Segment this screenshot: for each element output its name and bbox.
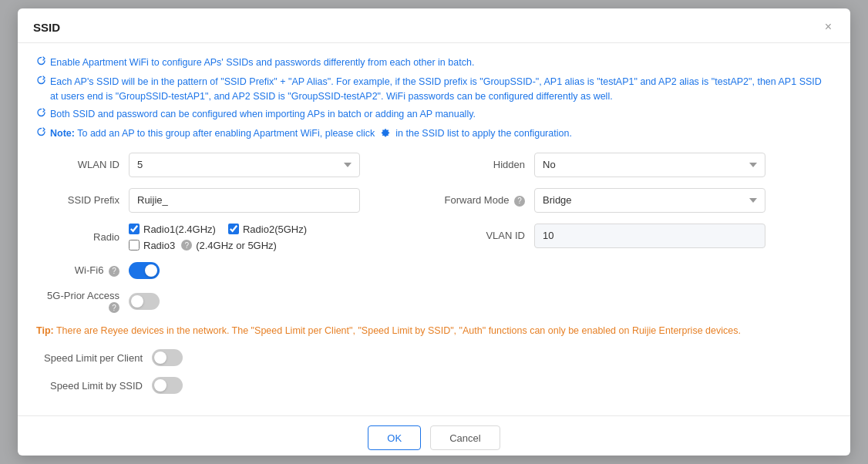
refresh-icon-3 <box>36 108 46 123</box>
radio2-checkbox[interactable] <box>228 224 239 234</box>
form-row-speed-ssid: Speed Limit by SSID <box>36 377 832 394</box>
form-right-hidden: Hidden No Yes <box>434 153 832 177</box>
form-row-prior-access: 5G-Prior Access ? <box>36 290 832 314</box>
form-row-radio-vlan: Radio Radio1(2.4GHz) Radio2(5GHz) <box>36 224 832 251</box>
ssid-prefix-input[interactable] <box>129 188 360 213</box>
form-left-ssid: SSID Prefix <box>36 188 434 213</box>
close-button[interactable]: × <box>822 19 835 35</box>
refresh-icon-2 <box>36 76 46 90</box>
form-row-ssid-forward: SSID Prefix Forward Mode ? Bridge NAT <box>36 188 832 213</box>
prior-access-label: 5G-Prior Access ? <box>36 290 129 314</box>
radio3-help-icon[interactable]: ? <box>181 240 192 250</box>
speed-limit-client-label: Speed Limit per Client <box>36 352 152 364</box>
note-line: Note: To add an AP to this group after e… <box>36 126 832 142</box>
radio3-checkbox-item[interactable]: Radio3 ? (2.4GHz or 5GHz) <box>129 240 277 251</box>
note-text: Note: To add an AP to this group after e… <box>50 126 572 141</box>
info-section: Enable Apartment WiFi to configure APs' … <box>36 55 832 142</box>
tip-section: Tip: There are Reyee devices in the netw… <box>36 324 832 338</box>
tip-text: There are Reyee devices in the network. … <box>56 325 741 336</box>
info-line-1: Enable Apartment WiFi to configure APs' … <box>36 55 832 71</box>
radio-row-2: Radio3 ? (2.4GHz or 5GHz) <box>129 240 307 251</box>
vlan-id-label: VLAN ID <box>434 230 534 241</box>
radio1-checkbox-item[interactable]: Radio1(2.4GHz) <box>129 224 216 235</box>
modal-body: Enable Apartment WiFi to configure APs' … <box>18 43 850 415</box>
wlan-id-label: WLAN ID <box>36 159 129 170</box>
hidden-select[interactable]: No Yes <box>534 153 765 177</box>
form-right-vlan: VLAN ID <box>434 224 832 248</box>
speed-limit-client-toggle[interactable] <box>152 349 183 366</box>
radio3-checkbox[interactable] <box>129 240 140 250</box>
refresh-icon-1 <box>36 56 46 71</box>
form-right-forward: Forward Mode ? Bridge NAT <box>434 188 832 213</box>
cancel-button[interactable]: Cancel <box>430 425 500 450</box>
modal-title: SSID <box>33 21 60 34</box>
form-left-wlanid: WLAN ID 5 <box>36 153 434 177</box>
form-left-radio: Radio Radio1(2.4GHz) Radio2(5GHz) <box>36 224 434 251</box>
ssid-modal: SSID × Enable Apartment WiFi to configur… <box>18 8 850 456</box>
speed-limit-ssid-toggle[interactable] <box>152 377 183 394</box>
hidden-label: Hidden <box>434 159 534 170</box>
radio-group: Radio1(2.4GHz) Radio2(5GHz) <box>129 224 307 251</box>
info-line-3: Both SSID and password can be configured… <box>36 107 832 123</box>
tip-label: Tip: <box>36 325 54 336</box>
prior-access-slider <box>129 293 160 310</box>
wifi6-help-icon[interactable]: ? <box>109 266 119 277</box>
wifi6-toggle[interactable] <box>129 262 160 279</box>
forward-mode-help-icon[interactable]: ? <box>514 196 525 207</box>
radio-label: Radio <box>36 231 129 243</box>
radio-row-1: Radio1(2.4GHz) Radio2(5GHz) <box>129 224 307 235</box>
form-section: WLAN ID 5 Hidden No Yes <box>36 153 832 394</box>
ssid-prefix-label: SSID Prefix <box>36 194 129 206</box>
form-row-wifi6: Wi-Fi6 ? <box>36 262 832 279</box>
forward-mode-select[interactable]: Bridge NAT <box>534 188 765 213</box>
refresh-icon-note <box>36 127 46 142</box>
radio1-checkbox[interactable] <box>129 224 140 234</box>
wifi6-label: Wi-Fi6 ? <box>36 264 129 277</box>
modal-footer: OK Cancel <box>18 415 850 456</box>
vlan-id-input[interactable] <box>534 224 765 248</box>
wlan-id-select[interactable]: 5 <box>129 153 360 177</box>
prior-access-help-icon[interactable]: ? <box>109 302 119 313</box>
modal-overlay: SSID × Enable Apartment WiFi to configur… <box>0 0 868 464</box>
info-line-2: Each AP's SSID will be in the pattern of… <box>36 75 832 104</box>
ok-button[interactable]: OK <box>368 425 421 450</box>
speed-limit-client-slider <box>152 349 183 366</box>
forward-mode-label: Forward Mode ? <box>434 194 534 207</box>
prior-access-toggle[interactable] <box>129 293 160 310</box>
modal-header: SSID × <box>18 8 850 43</box>
wifi6-slider <box>129 262 160 279</box>
radio2-checkbox-item[interactable]: Radio2(5GHz) <box>228 224 307 235</box>
form-row-wlanid-hidden: WLAN ID 5 Hidden No Yes <box>36 153 832 177</box>
speed-limit-ssid-label: Speed Limit by SSID <box>36 380 152 392</box>
speed-limit-ssid-slider <box>152 377 183 394</box>
form-row-speed-client: Speed Limit per Client <box>36 349 832 366</box>
